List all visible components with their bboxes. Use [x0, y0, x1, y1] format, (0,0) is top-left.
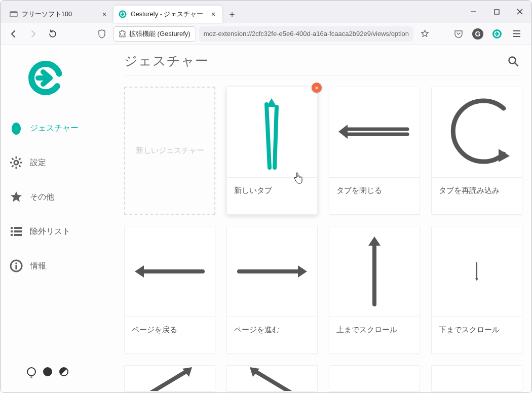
svg-rect-1	[10, 12, 17, 13]
gesture-caption: 上までスクロール	[329, 317, 420, 353]
sidebar-item-extras[interactable]: その他	[10, 185, 103, 209]
star-icon	[10, 190, 23, 204]
gesture-caption: ページを戻る	[125, 317, 215, 353]
svg-line-22	[19, 159, 21, 160]
svg-line-42	[254, 371, 292, 391]
bookmark-star-icon[interactable]	[416, 26, 433, 42]
extension-page: ジェスチャー 設定 その他 除外リスト 情報	[1, 45, 531, 392]
svg-line-21	[19, 166, 21, 167]
pocket-icon[interactable]	[451, 27, 466, 41]
back-button[interactable]	[6, 26, 22, 42]
svg-line-23	[12, 166, 14, 167]
mouse-icon	[10, 122, 23, 135]
window-close-button[interactable]	[508, 1, 531, 23]
gesture-preview	[125, 226, 215, 317]
gesture-preview	[329, 87, 420, 178]
gesture-card-new-tab[interactable]: × 新しいタブ	[226, 87, 318, 215]
info-icon	[10, 259, 23, 272]
svg-line-41	[149, 371, 187, 391]
gesture-card-partial[interactable]	[329, 365, 420, 391]
window-maximize-button[interactable]	[485, 1, 508, 23]
svg-rect-32	[15, 265, 17, 269]
gesture-card-partial[interactable]	[124, 365, 215, 391]
svg-rect-28	[14, 230, 22, 232]
gesture-caption: ページを進む	[227, 317, 317, 353]
tab-freesoft100[interactable]: フリーソフト100 ×	[5, 6, 113, 23]
tab-close-icon[interactable]: ×	[209, 10, 217, 18]
gesture-card-partial[interactable]	[226, 365, 318, 391]
theme-dark[interactable]	[43, 367, 52, 376]
gesture-preview	[329, 226, 420, 317]
account-icon[interactable]: G	[471, 27, 485, 41]
window-minimize-button[interactable]	[462, 1, 485, 23]
tab-gesturefy[interactable]: Gesturefy - ジェスチャー ×	[113, 6, 222, 23]
address-extension-chip[interactable]: 拡張機能 (Gesturefy)	[113, 26, 196, 42]
theme-switcher	[10, 363, 103, 382]
sidebar-item-label: ジェスチャー	[30, 123, 79, 134]
gesturefy-toolbar-icon[interactable]	[490, 27, 504, 41]
window-controls	[462, 1, 531, 23]
sidebar: ジェスチャー 設定 その他 除外リスト 情報	[1, 45, 112, 392]
address-prefix-label: 拡張機能 (Gesturefy)	[129, 29, 191, 38]
forward-button[interactable]	[25, 26, 41, 42]
gesture-card-close-tab[interactable]: タブを閉じる	[329, 87, 420, 215]
hamburger-menu-icon[interactable]	[509, 27, 523, 41]
page-title: ジェスチャー	[124, 52, 209, 70]
gear-icon	[10, 156, 23, 169]
tabs-strip: フリーソフト100 × Gesturefy - ジェスチャー × ＋	[5, 1, 240, 23]
sidebar-item-gestures[interactable]: ジェスチャー	[10, 116, 103, 140]
new-tab-button[interactable]: ＋	[224, 7, 240, 22]
tab-close-icon[interactable]: ×	[100, 10, 108, 18]
svg-rect-4	[495, 10, 499, 14]
gesture-caption: タブを閉じる	[329, 178, 420, 214]
gesture-preview	[432, 87, 522, 178]
gesture-preview	[227, 87, 317, 178]
gesture-preview	[432, 226, 522, 317]
gesture-card-page-back[interactable]: ページを戻る	[124, 226, 215, 354]
sidebar-item-settings[interactable]: 設定	[10, 150, 103, 175]
theme-light[interactable]	[27, 367, 36, 376]
new-gesture-placeholder[interactable]: 新しいジェスチャー	[124, 87, 215, 215]
tab-title: Gesturefy - ジェスチャー	[131, 10, 205, 19]
address-url-text: moz-extension://2cfc32fe-e5e6-400d-a16a-…	[204, 30, 409, 37]
new-gesture-label: 新しいジェスチャー	[136, 146, 204, 155]
gesturefy-logo	[27, 59, 64, 97]
theme-auto[interactable]	[59, 367, 68, 376]
tab-title: フリーソフト100	[22, 10, 96, 19]
gesture-caption: 下までスクロール	[432, 317, 522, 353]
gesture-preview	[227, 226, 317, 317]
address-url[interactable]: moz-extension://2cfc32fe-e5e6-400d-a16a-…	[199, 26, 413, 42]
gesture-card-scroll-top[interactable]: 上までスクロール	[329, 226, 420, 354]
svg-point-31	[15, 262, 17, 264]
gesture-caption: 新しいタブ	[227, 178, 317, 214]
svg-rect-27	[14, 227, 22, 229]
svg-line-34	[515, 63, 518, 66]
gesture-card-partial[interactable]	[431, 365, 522, 391]
list-icon	[10, 225, 23, 238]
search-icon[interactable]	[507, 55, 519, 67]
browser-titlebar: フリーソフト100 × Gesturefy - ジェスチャー × ＋	[1, 1, 531, 23]
sidebar-item-label: その他	[30, 192, 54, 203]
sidebar-item-info[interactable]: 情報	[10, 254, 103, 278]
extension-icon	[119, 30, 126, 37]
svg-rect-24	[11, 227, 13, 229]
gesture-grid: 新しいジェスチャー × 新しいタブ	[124, 75, 519, 391]
gesture-card-page-forward[interactable]: ページを進む	[226, 226, 318, 354]
sidebar-item-label: 設定	[30, 158, 46, 168]
svg-line-20	[12, 159, 14, 160]
svg-point-14	[12, 123, 20, 134]
main-content: ジェスチャー 新しいジェスチャー ×	[112, 45, 531, 392]
svg-rect-29	[14, 234, 22, 236]
svg-rect-26	[11, 234, 13, 236]
shield-icon[interactable]	[94, 26, 110, 42]
main-header: ジェスチャー	[124, 52, 519, 75]
reload-button[interactable]	[44, 26, 60, 42]
svg-point-15	[14, 161, 18, 165]
sidebar-item-label: 除外リスト	[30, 226, 70, 237]
gesture-caption: タブを再読み込み	[432, 178, 522, 214]
tab-favicon-gesturefy	[119, 10, 127, 18]
tab-favicon-generic	[10, 10, 18, 18]
sidebar-item-exclusions[interactable]: 除外リスト	[10, 219, 103, 244]
gesture-card-scroll-bottom[interactable]: 下までスクロール	[431, 226, 522, 354]
gesture-card-reload-tab[interactable]: タブを再読み込み	[431, 87, 522, 215]
